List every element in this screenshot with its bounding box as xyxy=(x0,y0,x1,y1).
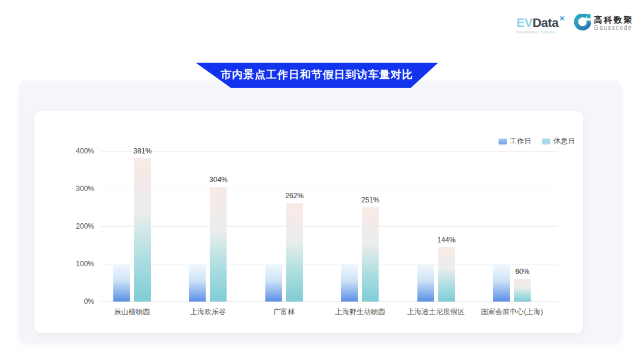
title-banner: 市内景点工作日和节假日到访车量对比 xyxy=(196,63,438,88)
x-axis-category-label: 上海欢乐谷 xyxy=(190,307,226,317)
legend-item-休息日[interactable]: 休息日 xyxy=(542,136,575,146)
evdata-data-text: Data xyxy=(532,16,559,29)
bar-group: 381%辰山植物园 xyxy=(113,158,151,302)
workday-bar[interactable] xyxy=(493,264,510,302)
legend-label: 工作日 xyxy=(510,136,531,146)
restday-bar[interactable] xyxy=(134,158,151,302)
bar-value-label: 60% xyxy=(515,267,530,276)
bar-group: 262%广富林 xyxy=(265,203,303,302)
workday-bar[interactable] xyxy=(341,264,358,302)
restday-bar-wrap: 60% xyxy=(514,279,531,302)
page: EVData✕ SHANGHAI CHINA 高科数聚 Gauss xyxy=(0,0,644,363)
bar-value-label: 304% xyxy=(209,176,228,184)
restday-bar-wrap: 304% xyxy=(210,187,227,302)
legend-marker-icon xyxy=(499,139,507,144)
evdata-ev-text: EV xyxy=(516,16,532,29)
evdata-x-icon: ✕ xyxy=(559,14,565,23)
workday-bar[interactable] xyxy=(417,264,434,302)
workday-bar[interactable] xyxy=(189,264,206,302)
bar-value-label: 251% xyxy=(361,196,380,204)
evdata-wordmark: EVData✕ xyxy=(516,12,565,29)
evdata-logo: EVData✕ SHANGHAI CHINA xyxy=(516,12,565,34)
x-axis-category-label: 上海迪士尼度假区 xyxy=(407,307,465,317)
bar-group: 144%上海迪士尼度假区 xyxy=(417,247,455,302)
legend-marker-icon xyxy=(542,139,550,144)
gausscode-en-name: Gausscode xyxy=(594,24,633,32)
gausscode-icon xyxy=(574,14,591,33)
gausscode-logo: 高科数聚 Gausscode xyxy=(574,14,633,33)
restday-bar[interactable] xyxy=(514,279,531,302)
bar-value-label: 381% xyxy=(134,147,152,155)
bar-group: 60%国家会展中心(上海) xyxy=(493,264,531,302)
restday-bar[interactable] xyxy=(286,203,303,302)
y-axis-tick-label: 100% xyxy=(54,260,94,268)
restday-bar-wrap: 381% xyxy=(134,158,151,302)
plot-area: 400%300%200%100%0%381%辰山植物园304%上海欢乐谷262%… xyxy=(101,151,558,302)
restday-bar[interactable] xyxy=(438,247,455,302)
bar-group: 304%上海欢乐谷 xyxy=(189,187,227,302)
gausscode-cn-name: 高科数聚 xyxy=(594,15,633,24)
bar-group: 251%上海野生动物园 xyxy=(341,207,379,302)
y-axis-tick-label: 200% xyxy=(54,222,94,230)
gausscode-text: 高科数聚 Gausscode xyxy=(594,15,633,32)
gridline xyxy=(101,302,558,302)
legend: 工作日休息日 xyxy=(499,136,575,146)
header-logos: EVData✕ SHANGHAI CHINA 高科数聚 Gauss xyxy=(516,12,633,34)
workday-bar[interactable] xyxy=(113,264,130,302)
y-axis-tick-label: 400% xyxy=(54,147,94,155)
restday-bar-wrap: 251% xyxy=(362,207,379,302)
gridline xyxy=(101,264,558,264)
page-title: 市内景点工作日和节假日到访车量对比 xyxy=(221,67,413,83)
chart-panel: 工作日休息日 400%300%200%100%0%381%辰山植物园304%上海… xyxy=(18,81,622,344)
workday-bar[interactable] xyxy=(265,264,282,302)
restday-bar-wrap: 262% xyxy=(286,203,303,302)
x-axis-category-label: 国家会展中心(上海) xyxy=(481,307,543,317)
restday-bar-wrap: 144% xyxy=(438,247,455,302)
y-axis-tick-label: 300% xyxy=(54,184,94,193)
bar-value-label: 262% xyxy=(285,192,304,200)
legend-item-工作日[interactable]: 工作日 xyxy=(499,136,531,146)
restday-bar[interactable] xyxy=(362,207,379,302)
legend-label: 休息日 xyxy=(553,136,575,146)
gridline xyxy=(101,226,558,227)
gridline xyxy=(101,151,558,152)
x-axis-category-label: 广富林 xyxy=(273,307,295,317)
restday-bar[interactable] xyxy=(210,187,227,302)
x-axis-category-label: 上海野生动物园 xyxy=(335,307,385,317)
evdata-tagline: SHANGHAI CHINA xyxy=(516,30,555,34)
gridline xyxy=(101,189,558,189)
y-axis-tick-label: 0% xyxy=(54,297,94,306)
bar-value-label: 144% xyxy=(437,236,456,244)
chart-card: 工作日休息日 400%300%200%100%0%381%辰山植物园304%上海… xyxy=(35,111,583,333)
x-axis-category-label: 辰山植物园 xyxy=(114,307,150,317)
